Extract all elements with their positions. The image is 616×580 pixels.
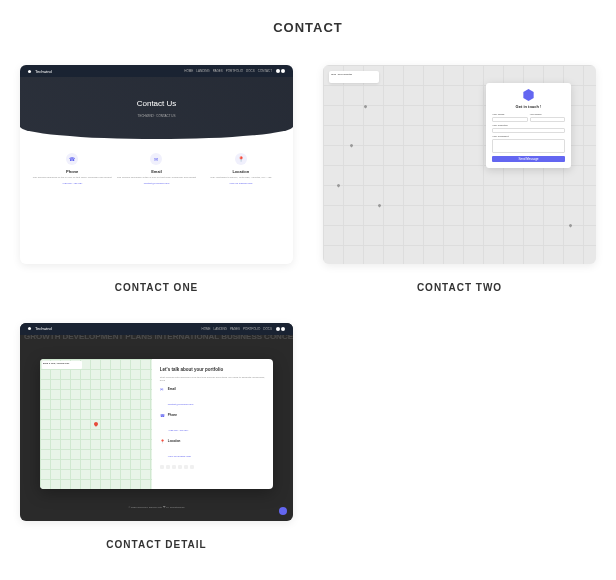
map-pin-icon — [568, 223, 572, 227]
contact-boxes: ☎ Phone The phrasal sequence of the is n… — [20, 139, 293, 199]
box-desc: The phrasal sequence of the is now so th… — [30, 176, 114, 180]
comment-label: Your Comment — [492, 135, 565, 138]
map-address-box: Larch · Nine Pemberton — [329, 71, 379, 83]
info-value: contact@example.com — [168, 403, 193, 406]
nav-item: LANDING — [196, 69, 209, 73]
nav-links: HOME LANDING PAGES PORTFOLIO DOCS CONTAC… — [184, 69, 272, 73]
nav-item: HOME — [184, 69, 193, 73]
breadcrumb: TECHWIND · CONTACT US — [138, 114, 176, 118]
box-title: Email — [114, 169, 198, 174]
map-pin-icon — [336, 183, 340, 187]
header-icon — [276, 69, 280, 73]
social-icon[interactable] — [190, 465, 194, 469]
info-phone: ☎ Phone+152 534-468-854 — [160, 413, 265, 435]
nav-item: PAGES — [213, 69, 223, 73]
thumb1-navbar: Techwind HOME LANDING PAGES PORTFOLIO DO… — [20, 65, 293, 77]
footer-text: © 2025 Techwind. Design with ❤ by Shreet… — [20, 506, 293, 509]
email-label: Your Email — [530, 113, 566, 116]
nav-item: CONTACT — [258, 69, 272, 73]
email-input[interactable] — [530, 117, 566, 122]
box-link: contact@example.com — [114, 182, 198, 185]
info-title: Location — [168, 439, 191, 443]
question-input[interactable] — [492, 128, 565, 133]
info-email: ✉ Emailcontact@example.com — [160, 387, 265, 409]
box-email: ✉ Email The phrasal sequence of the is n… — [114, 153, 198, 185]
panel-desc: Start working with Techwind CSS that can… — [160, 376, 265, 383]
info-title: Email — [168, 387, 193, 391]
info-value: +152 534-468-854 — [168, 429, 189, 432]
brand-text: Techwind — [35, 326, 198, 331]
card-contact-detail[interactable]: GROWTHDEVELOPMENTPLANSINTERNATIONALBUSIN… — [20, 323, 293, 551]
question-label: Your Question — [492, 124, 565, 127]
hero-section: Contact Us TECHWIND · CONTACT US — [20, 77, 293, 139]
nav-item: PAGES — [230, 327, 240, 331]
social-icon[interactable] — [184, 465, 188, 469]
brand-text: Techwind — [35, 69, 180, 74]
location-icon: 📍 — [235, 153, 247, 165]
nav-item: DOCS — [263, 327, 272, 331]
box-location: 📍 Location C/54 Northwest Freeway, Suite… — [199, 153, 283, 185]
box-link: +152 534-468-854 — [30, 182, 114, 185]
map-address: David S. Neal, Americas Park — [42, 361, 82, 369]
name-label: Your Name — [492, 113, 528, 116]
form-title: Get in touch ! — [492, 104, 565, 109]
scroll-top-button[interactable] — [279, 507, 287, 515]
phone-icon: ☎ — [160, 413, 165, 418]
comment-textarea[interactable] — [492, 139, 565, 153]
contact-form: Get in touch ! Your Name Your Email Your… — [486, 83, 571, 168]
nav-item: DOCS — [246, 69, 255, 73]
thumb-contact-two: Larch · Nine Pemberton Get in touch ! Yo… — [323, 65, 596, 264]
social-icon[interactable] — [166, 465, 170, 469]
card-label: CONTACT TWO — [417, 282, 502, 293]
info-location: 📍 LocationView on Google map — [160, 439, 265, 461]
box-link: View on Google map — [199, 182, 283, 185]
header-icon — [281, 327, 285, 331]
box-title: Location — [199, 169, 283, 174]
nav-links: HOME LANDING PAGES PORTFOLIO DOCS — [202, 327, 272, 331]
form-logo-icon — [523, 89, 535, 101]
card-label: CONTACT DETAIL — [106, 539, 206, 550]
name-input[interactable] — [492, 117, 528, 122]
info-title: Phone — [168, 413, 189, 417]
thumb-contact-detail: GROWTHDEVELOPMENTPLANSINTERNATIONALBUSIN… — [20, 323, 293, 522]
map-pin-icon — [363, 104, 367, 108]
card-contact-one[interactable]: Techwind HOME LANDING PAGES PORTFOLIO DO… — [20, 65, 293, 293]
card-contact-two[interactable]: Larch · Nine Pemberton Get in touch ! Yo… — [323, 65, 596, 293]
box-title: Phone — [30, 169, 114, 174]
embedded-map: David S. Neal, Americas Park — [40, 359, 152, 489]
panel-title: Let's talk about your portfolio — [160, 367, 265, 372]
logo-icon — [28, 70, 31, 73]
cards-grid: Techwind HOME LANDING PAGES PORTFOLIO DO… — [20, 65, 596, 550]
box-desc: C/54 Northwest Freeway, Suite 558, Houst… — [199, 176, 283, 180]
card-label: CONTACT ONE — [115, 282, 199, 293]
info-value: View on Google map — [168, 455, 191, 458]
nav-item: PORTFOLIO — [243, 327, 260, 331]
map-marker-icon — [93, 421, 99, 427]
social-icon[interactable] — [172, 465, 176, 469]
thumb3-navbar: Techwind HOME LANDING PAGES PORTFOLIO DO… — [20, 323, 293, 335]
hero-title: Contact Us — [137, 99, 177, 108]
box-phone: ☎ Phone The phrasal sequence of the is n… — [30, 153, 114, 185]
page-title: CONTACT — [20, 20, 596, 35]
social-icon[interactable] — [160, 465, 164, 469]
send-button[interactable]: Send Message — [492, 156, 565, 162]
email-icon: ✉ — [150, 153, 162, 165]
map-pin-icon — [377, 203, 381, 207]
social-links — [160, 465, 265, 469]
detail-panel: David S. Neal, Americas Park Let's talk … — [40, 359, 273, 489]
nav-item: LANDING — [214, 327, 227, 331]
nav-item: PORTFOLIO — [226, 69, 243, 73]
email-icon: ✉ — [160, 387, 165, 392]
phone-icon: ☎ — [66, 153, 78, 165]
nav-item: HOME — [202, 327, 211, 331]
thumb-contact-one: Techwind HOME LANDING PAGES PORTFOLIO DO… — [20, 65, 293, 264]
info-panel: Let's talk about your portfolio Start wo… — [152, 359, 273, 489]
location-icon: 📍 — [160, 439, 165, 444]
social-icon[interactable] — [178, 465, 182, 469]
map-pin-icon — [350, 144, 354, 148]
header-icon — [276, 327, 280, 331]
box-desc: The phrasal sequence of the is now so th… — [114, 176, 198, 180]
logo-icon — [28, 327, 31, 330]
header-icon — [281, 69, 285, 73]
